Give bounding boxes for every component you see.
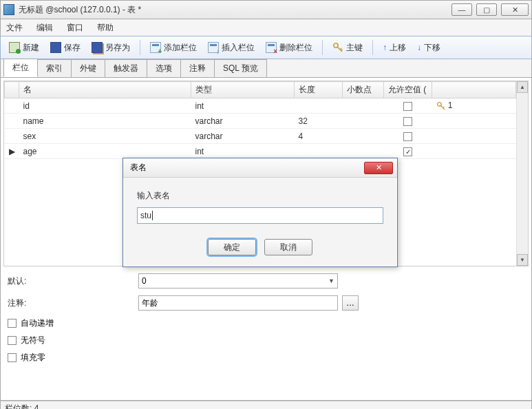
cell-pk[interactable]: 1 (432, 98, 516, 114)
grid-scrollbar[interactable]: ▲ ▼ (516, 81, 528, 266)
cell-decimal[interactable] (343, 114, 384, 129)
menu-file[interactable]: 文件 (6, 22, 23, 34)
arrow-down-icon: ↓ (417, 43, 421, 52)
save-icon (50, 42, 61, 53)
tab-fields[interactable]: 栏位 (3, 59, 38, 77)
toolbar-addcol-label: 添加栏位 (164, 42, 197, 54)
comment-more-button[interactable]: … (342, 295, 359, 311)
menu-edit[interactable]: 编辑 (36, 22, 53, 34)
comment-input[interactable]: 年龄 (138, 295, 338, 311)
table-row[interactable]: ▶ageint (5, 144, 516, 159)
nullable-checkbox[interactable] (403, 117, 412, 126)
text-cursor (152, 211, 153, 220)
grid-header-null[interactable]: 允许空值 ( (384, 82, 432, 98)
toolbar-moveup-label: 上移 (390, 42, 406, 54)
cell-decimal[interactable] (343, 98, 384, 114)
nullable-checkbox[interactable] (403, 132, 412, 141)
zerofill-checkbox[interactable] (8, 353, 17, 362)
saveas-icon (92, 42, 103, 53)
cell-decimal[interactable] (343, 144, 384, 159)
nullable-checkbox[interactable] (403, 102, 412, 111)
tab-options[interactable]: 选项 (147, 59, 181, 77)
cell-decimal[interactable] (343, 129, 384, 144)
toolbar-add-column[interactable]: 添加栏位 (146, 40, 201, 56)
toolbar-delete-column[interactable]: 删除栏位 (262, 40, 317, 56)
maximize-button[interactable]: ▢ (476, 3, 497, 16)
grid-header-decimal[interactable]: 小数点 (343, 82, 384, 98)
cell-null[interactable] (384, 129, 432, 144)
table-row[interactable]: idint 1 (5, 98, 516, 114)
auto-increment-label: 自动递增 (21, 317, 54, 329)
cell-type[interactable]: int (191, 144, 295, 159)
dialog-cancel-button[interactable]: 取消 (264, 239, 312, 255)
grid-header-key[interactable] (432, 82, 516, 98)
toolbar-move-down[interactable]: ↓下移 (413, 40, 445, 56)
row-marker (5, 129, 19, 144)
grid-header-name[interactable]: 名 (19, 82, 191, 98)
cell-null[interactable] (384, 114, 432, 129)
default-select[interactable]: 0 ▼ (138, 273, 338, 289)
toolbar: 新建 保存 另存为 添加栏位 插入栏位 删除栏位 主键 ↑上移 ↓下移 (0, 36, 532, 59)
row-marker (5, 114, 19, 129)
scroll-up-button[interactable]: ▲ (517, 81, 528, 93)
table-row[interactable]: sexvarchar4 (5, 129, 516, 144)
toolbar-movedown-label: 下移 (424, 42, 440, 54)
cell-null[interactable] (384, 144, 432, 159)
cell-type[interactable]: varchar (191, 114, 295, 129)
toolbar-insert-column[interactable]: 插入栏位 (204, 40, 259, 56)
toolbar-move-up[interactable]: ↑上移 (379, 40, 410, 56)
cell-pk[interactable] (432, 144, 516, 159)
cell-pk[interactable] (432, 129, 516, 144)
tab-comment[interactable]: 注释 (180, 59, 215, 77)
key-icon (332, 42, 343, 53)
table-row[interactable]: namevarchar32 (5, 114, 516, 129)
add-column-icon (150, 42, 161, 53)
app-icon (3, 4, 14, 15)
unsigned-checkbox[interactable] (8, 336, 17, 345)
toolbar-save[interactable]: 保存 (46, 40, 85, 56)
close-button[interactable]: ✕ (501, 3, 529, 16)
auto-increment-checkbox[interactable] (8, 319, 17, 328)
dialog-ok-button[interactable]: 确定 (208, 239, 256, 255)
tab-index[interactable]: 索引 (37, 59, 72, 77)
toolbar-new-label: 新建 (23, 42, 39, 54)
menu-help[interactable]: 帮助 (97, 22, 114, 34)
table-name-input[interactable]: stu (137, 207, 383, 224)
toolbar-saveas[interactable]: 另存为 (87, 40, 134, 56)
comment-value: 年龄 (142, 297, 158, 309)
cell-length[interactable]: 32 (295, 114, 343, 129)
toolbar-separator (322, 40, 323, 55)
grid-header-type[interactable]: 类型 (191, 82, 295, 98)
dialog-close-button[interactable]: ✕ (364, 162, 393, 174)
cell-type[interactable]: varchar (191, 129, 295, 144)
insert-column-icon (208, 42, 219, 53)
tab-bar: 栏位 索引 外键 触发器 选项 注释 SQL 预览 (0, 59, 532, 77)
window-title: 无标题 @school (127.0.0.1) - 表 * (19, 4, 451, 16)
table-name-dialog: 表名 ✕ 输入表名 stu 确定 取消 (123, 158, 398, 267)
grid-header-length[interactable]: 长度 (295, 82, 343, 98)
menu-window[interactable]: 窗口 (67, 22, 83, 34)
tab-sql-preview[interactable]: SQL 预览 (214, 59, 267, 77)
nullable-checkbox[interactable] (403, 147, 412, 156)
cell-length[interactable] (295, 98, 343, 114)
dropdown-icon: ▼ (328, 277, 334, 284)
cell-name[interactable]: age (19, 144, 191, 159)
cell-name[interactable]: id (19, 98, 191, 114)
window-titlebar: 无标题 @school (127.0.0.1) - 表 * — ▢ ✕ (0, 0, 532, 19)
cell-null[interactable] (384, 98, 432, 114)
cell-length[interactable] (295, 144, 343, 159)
scroll-down-button[interactable]: ▼ (517, 254, 528, 266)
toolbar-primary-key[interactable]: 主键 (328, 40, 367, 56)
minimize-button[interactable]: — (451, 3, 472, 16)
tab-foreign-key[interactable]: 外键 (71, 59, 105, 77)
cell-name[interactable]: name (19, 114, 191, 129)
menu-bar: 文件 编辑 窗口 帮助 (0, 19, 532, 36)
tab-trigger[interactable]: 触发器 (105, 59, 147, 77)
dialog-label: 输入表名 (137, 190, 383, 202)
cell-type[interactable]: int (191, 98, 295, 114)
cell-name[interactable]: sex (19, 129, 191, 144)
cell-pk[interactable] (432, 114, 516, 129)
toolbar-new[interactable]: 新建 (5, 40, 43, 56)
cell-length[interactable]: 4 (295, 129, 343, 144)
status-text: 栏位数: 4 (5, 403, 39, 410)
